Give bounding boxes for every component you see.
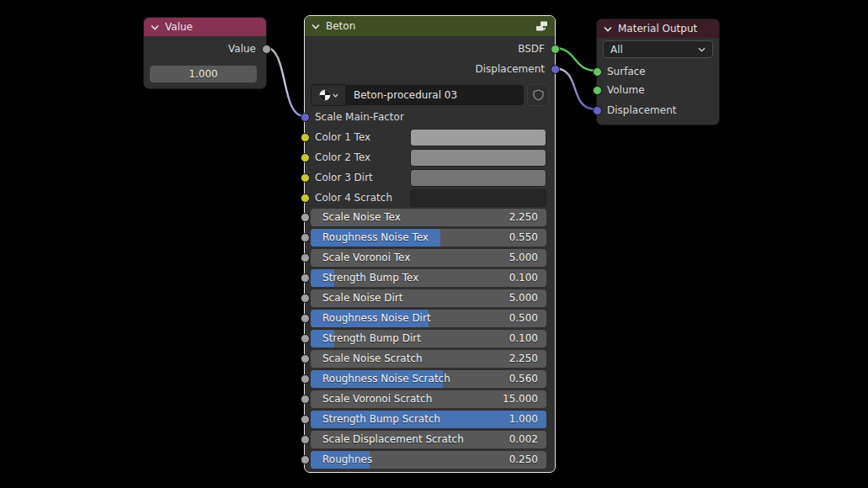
slider-scale-voronoi-scratch[interactable]: Scale Voronoi Scratch15.000 [311,390,546,408]
slider-label: Roughness Noise Scratch [322,370,450,388]
slider-value: 5.000 [509,289,538,307]
slider-roughness-noise-tex[interactable]: Roughness Noise Tex0.550 [311,229,546,247]
scale-main-factor-socket[interactable] [301,113,310,122]
chevron-down-icon [333,93,338,98]
slider-label: Scale Voronoi Tex [322,249,410,267]
slider-input-socket[interactable] [301,273,310,283]
collapse-chevron-icon[interactable] [312,24,320,29]
node-value[interactable]: Value Value 1.000 [143,17,267,89]
shield-icon [533,89,544,101]
slider-label: Scale Noise Tex [322,209,401,226]
slider-input-socket[interactable] [301,334,310,343]
slider-roughness-noise-scratch[interactable]: Roughness Noise Scratch0.560 [311,370,546,388]
material-name-field[interactable]: Beton-procedural 03 [346,85,524,105]
value-output-label: Value [228,43,266,55]
wire-value-to-scale-main-factor [265,47,304,116]
slider-value: 0.250 [509,451,538,469]
color-2-tex-swatch[interactable] [410,149,546,167]
slider-input-socket[interactable] [301,294,310,303]
slider-input-socket[interactable] [301,455,310,464]
material-name: Beton-procedural 03 [354,89,457,101]
wire-displacement-to-displacement [554,68,596,109]
node-beton-header[interactable]: Beton [305,16,555,36]
node-material-output-header[interactable]: Material Output [597,19,719,38]
slider-strength-bump-tex[interactable]: Strength Bump Tex0.100 [311,269,546,287]
node-beton-group[interactable]: Beton BSDF Displacement [304,15,556,473]
slider-input-socket[interactable] [301,233,310,242]
fake-user-shield-button[interactable] [527,84,549,106]
slider-roughnes[interactable]: Roughnes0.250 [311,451,546,469]
slider-value: 1.000 [509,411,538,428]
surface-input-socket[interactable] [593,67,602,77]
material-selector-row: Beton-procedural 03 [311,85,549,105]
beton-displacement-output-socket[interactable] [551,65,560,74]
slider-input-socket[interactable] [301,435,310,444]
color-1-tex-socket[interactable] [301,133,310,142]
beton-bsdf-output-socket[interactable] [551,45,560,54]
volume-input-socket[interactable] [593,86,602,95]
node-value-header[interactable]: Value [144,18,266,36]
slider-value: 0.550 [509,229,538,247]
slider-input-socket[interactable] [301,415,310,424]
color-2-tex-socket[interactable] [301,153,310,162]
color-4-scratch-socket[interactable] [301,194,310,203]
slider-scale-noise-dirt[interactable]: Scale Noise Dirt5.000 [311,289,546,307]
color-3-dirt-swatch[interactable] [410,169,546,187]
surface-label: Surface [597,66,646,77]
slider-label: Scale Displacement Scratch [322,431,464,448]
color-3-dirt-socket[interactable] [301,173,310,183]
slider-input-socket[interactable] [301,314,310,323]
color-4-scratch-swatch[interactable] [410,189,546,207]
output-target-dropdown[interactable]: All [603,40,713,58]
slider-value: 2.250 [509,350,538,368]
material-sphere-icon [319,89,331,101]
wire-bsdf-to-surface [554,48,596,71]
slider-input-socket[interactable] [301,213,310,222]
slider-scale-noise-scratch[interactable]: Scale Noise Scratch2.250 [311,350,546,368]
slider-label: Scale Noise Scratch [322,350,423,368]
collapse-chevron-icon[interactable] [151,24,159,30]
displacement-label: Displacement [597,104,677,116]
slider-value: 2.250 [509,209,538,226]
slider-input-socket[interactable] [301,354,310,363]
slider-scale-displacement-scratch[interactable]: Scale Displacement Scratch0.002 [311,431,546,448]
value-number: 1.000 [189,68,217,80]
slider-label: Roughness Noise Tex [322,229,429,247]
volume-label: Volume [597,84,645,96]
displacement-input-socket[interactable] [593,106,602,115]
slider-scale-noise-tex[interactable]: Scale Noise Tex2.250 [311,209,546,226]
slider-value: 0.002 [509,431,538,448]
collapse-chevron-icon[interactable] [604,26,612,32]
slider-value: 0.500 [509,310,538,327]
node-editor-canvas[interactable]: Value Value 1.000 Beton BS [0,0,868,488]
color-2-tex-label: Color 2 Tex [305,151,370,163]
node-title: Value [165,21,259,33]
slider-input-socket[interactable] [301,374,310,384]
slider-input-socket[interactable] [301,253,310,263]
slider-label: Scale Voronoi Scratch [322,390,432,408]
scale-main-factor-label: Scale Main-Factor [305,111,404,123]
beton-output-bsdf-label: BSDF [518,43,555,55]
chevron-down-icon [698,47,706,52]
slider-label: Scale Noise Dirt [322,289,402,307]
slider-input-socket[interactable] [301,395,310,404]
slider-strength-bump-dirt[interactable]: Strength Bump Dirt0.100 [311,330,546,347]
node-title: Beton [326,20,530,32]
slider-value: 0.560 [509,370,538,388]
color-1-tex-swatch[interactable] [410,129,546,146]
node-title: Material Output [618,23,712,34]
value-number-field[interactable]: 1.000 [150,66,257,82]
output-target-value: All [610,44,698,56]
node-material-output[interactable]: Material Output All Surface Volume Displ… [596,19,720,125]
slider-strength-bump-scratch[interactable]: Strength Bump Scratch1.000 [311,411,546,428]
slider-value: 0.100 [509,269,538,287]
slider-value: 5.000 [509,249,538,267]
color-1-tex-label: Color 1 Tex [305,131,370,143]
value-output-socket[interactable] [262,45,271,54]
slider-label: Roughnes [322,451,372,469]
material-browse-button[interactable] [311,84,346,106]
node-group-icon [535,20,548,32]
slider-scale-voronoi-tex[interactable]: Scale Voronoi Tex5.000 [311,249,546,267]
color-4-scratch-label: Color 4 Scratch [305,192,392,204]
slider-roughness-noise-dirt[interactable]: Roughness Noise Dirt0.500 [311,310,546,327]
